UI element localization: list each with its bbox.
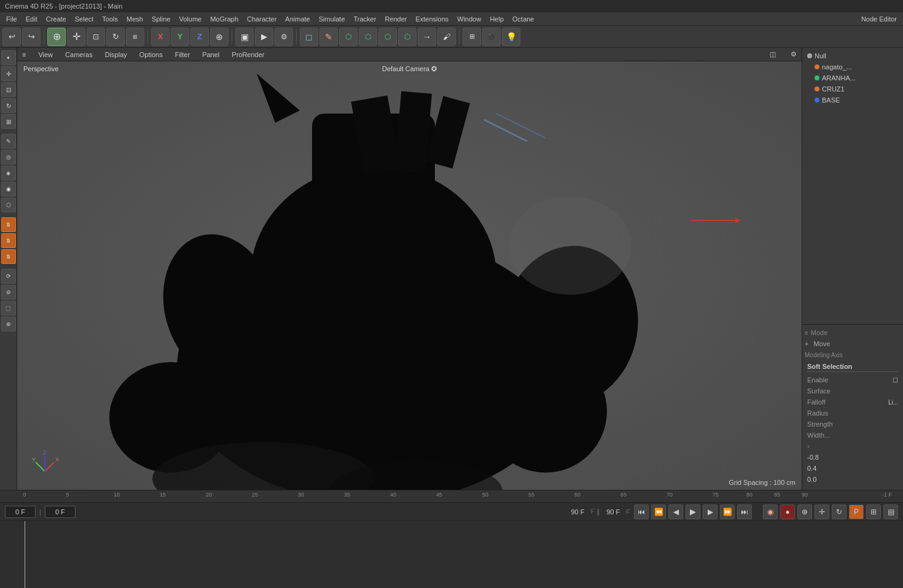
timeline-tracks[interactable]: [0, 521, 903, 588]
viewport-menu-filter[interactable]: Filter: [175, 51, 190, 58]
x-axis-button[interactable]: X: [151, 28, 170, 46]
record-mode-button[interactable]: ◉: [763, 505, 778, 519]
scene-dot-null: [807, 53, 812, 58]
ss-falloff-val[interactable]: Li...: [888, 399, 898, 406]
left-btn-4[interactable]: ↻: [1, 98, 16, 113]
rotate-tool-button[interactable]: ↻: [106, 28, 125, 46]
menu-volume[interactable]: Volume: [175, 14, 205, 24]
menu-select[interactable]: Select: [71, 14, 98, 24]
viewport-3d[interactable]: Perspective Default Camera ✪ Grid Spacin…: [17, 61, 802, 490]
left-btn-6[interactable]: ✎: [1, 134, 16, 149]
camera-button[interactable]: ⚫: [482, 28, 501, 46]
menu-edit[interactable]: Edit: [22, 14, 41, 24]
record-button[interactable]: ●: [780, 505, 795, 519]
obj1-button[interactable]: ⬡: [339, 28, 358, 46]
y-axis-button[interactable]: Y: [171, 28, 189, 46]
menu-character[interactable]: Character: [243, 14, 280, 24]
ss-enable-checkbox[interactable]: ☐: [893, 377, 898, 384]
left-btn-11[interactable]: ⟳: [1, 269, 16, 284]
menu-extensions[interactable]: Extensions: [412, 14, 452, 24]
light-button[interactable]: 💡: [502, 28, 520, 46]
left-btn-10[interactable]: ⬡: [1, 198, 16, 212]
step-forward-button[interactable]: ▶: [703, 505, 717, 519]
arrow-button[interactable]: →: [418, 28, 436, 46]
menu-tools[interactable]: Tools: [98, 14, 122, 24]
frame-offset-input[interactable]: [45, 506, 76, 518]
obj3-button[interactable]: ⬡: [378, 28, 397, 46]
left-btn-s3[interactable]: S: [1, 249, 16, 264]
autokey-button[interactable]: ⊕: [797, 505, 812, 519]
menu-tracker[interactable]: Tracker: [350, 14, 380, 24]
transform-button[interactable]: ⊞: [126, 28, 144, 46]
timeline-view-button[interactable]: ⊞: [866, 505, 881, 519]
menu-spline[interactable]: Spline: [148, 14, 174, 24]
step-back-button[interactable]: ◀: [668, 505, 683, 519]
undo-button[interactable]: ↩: [2, 28, 21, 46]
scene-item-cruz1[interactable]: CRUZ1: [812, 83, 901, 95]
obj2-button[interactable]: ⬡: [359, 28, 377, 46]
scene-item-aranha[interactable]: ARANHA...: [812, 72, 901, 83]
move-tool-button[interactable]: ✛: [67, 28, 85, 46]
menu-window[interactable]: Window: [453, 14, 485, 24]
left-btn-12[interactable]: ⊘: [1, 285, 16, 300]
menu-help[interactable]: Help: [486, 14, 507, 24]
paint-button[interactable]: ✎: [319, 28, 338, 46]
viewport-menu-view[interactable]: View: [38, 51, 53, 58]
play-begin-button[interactable]: ⏮: [634, 505, 649, 519]
left-btn-3[interactable]: ⊡: [1, 82, 16, 97]
obj4-button[interactable]: ⬡: [398, 28, 416, 46]
left-btn-9[interactable]: ◉: [1, 182, 16, 196]
grid-button[interactable]: ⊞: [463, 28, 481, 46]
settings-button[interactable]: ⚙: [275, 28, 293, 46]
viewport[interactable]: ≡ View Cameras Display Options Filter Pa…: [17, 48, 802, 490]
scale-tool-button[interactable]: ⊡: [87, 28, 105, 46]
menu-file[interactable]: File: [2, 14, 21, 24]
viewport-menu-display[interactable]: Display: [105, 51, 127, 58]
z-axis-button[interactable]: Z: [190, 28, 209, 46]
render-view-button[interactable]: ▣: [235, 28, 254, 46]
key-add-button[interactable]: ✛: [815, 505, 829, 519]
left-btn-5[interactable]: ⊞: [1, 114, 16, 129]
left-btn-14[interactable]: ⊛: [1, 317, 16, 331]
viewport-menu-icon[interactable]: ≡: [22, 51, 26, 58]
play-forward-button[interactable]: ▶: [686, 505, 700, 519]
node-editor-label[interactable]: Node Editor: [858, 14, 901, 24]
menu-octane[interactable]: Octane: [509, 14, 538, 24]
menu-mograph[interactable]: MoGraph: [206, 14, 242, 24]
play-end-button[interactable]: ⏭: [737, 505, 752, 519]
menu-mesh[interactable]: Mesh: [123, 14, 147, 24]
left-btn-8[interactable]: ◈: [1, 166, 16, 180]
move-row[interactable]: + Move: [805, 338, 901, 349]
frame-current-input[interactable]: [5, 506, 36, 518]
left-btn-s2[interactable]: S: [1, 233, 16, 248]
menu-create[interactable]: Create: [42, 14, 70, 24]
prev-frame-button[interactable]: ⏪: [651, 505, 666, 519]
select-tool-button[interactable]: ⊕: [47, 28, 66, 46]
cube-button[interactable]: ◻: [300, 28, 318, 46]
viewport-menu-panel[interactable]: Panel: [202, 51, 219, 58]
viewport-icon-expand[interactable]: ◫: [770, 50, 776, 58]
viewport-menu-options[interactable]: Options: [139, 51, 163, 58]
scene-item-null[interactable]: Null: [805, 50, 901, 61]
left-btn-7[interactable]: ◎: [1, 150, 16, 164]
left-btn-2[interactable]: ✛: [1, 66, 16, 81]
motion-clip-button[interactable]: ▤: [883, 505, 898, 519]
viewport-menu-prorender[interactable]: ProRender: [232, 51, 264, 58]
left-btn-s1[interactable]: S: [1, 217, 16, 232]
menu-animate[interactable]: Animate: [281, 14, 313, 24]
menu-render[interactable]: Render: [381, 14, 410, 24]
viewport-icon-settings[interactable]: ⚙: [791, 50, 797, 58]
key-mode-button[interactable]: ↻: [832, 505, 846, 519]
brush-button[interactable]: 🖌: [437, 28, 456, 46]
scene-item-base[interactable]: BASE: [812, 95, 901, 106]
key-type-button[interactable]: P: [849, 505, 864, 519]
scene-item-nagato[interactable]: nagato_...: [812, 61, 901, 72]
viewport-menu-cameras[interactable]: Cameras: [65, 51, 93, 58]
left-btn-13[interactable]: ⬚: [1, 301, 16, 315]
world-axis-button[interactable]: ⊕: [210, 28, 229, 46]
menu-simulate[interactable]: Simulate: [315, 14, 349, 24]
redo-button[interactable]: ↪: [22, 28, 41, 46]
play-button[interactable]: ▶: [255, 28, 273, 46]
left-btn-1[interactable]: ✦: [1, 50, 16, 65]
next-frame-button[interactable]: ⏩: [720, 505, 735, 519]
